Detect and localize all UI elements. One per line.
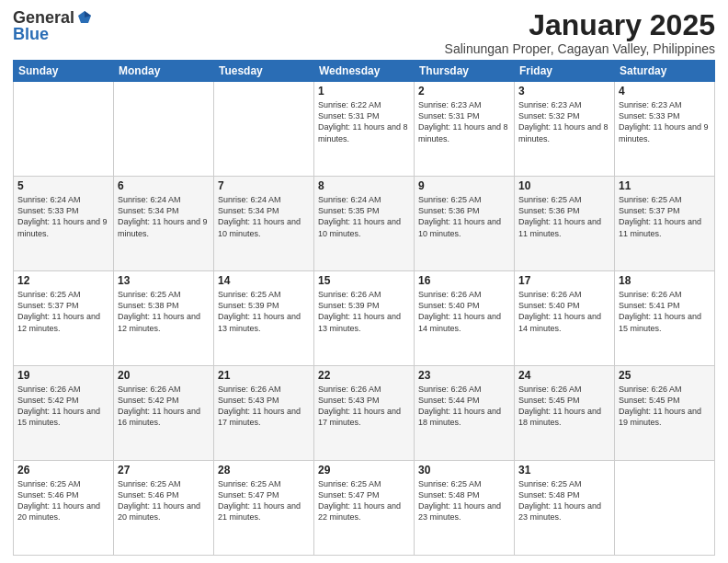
cell-info: Sunrise: 6:24 AM Sunset: 5:33 PM Dayligh… <box>17 194 109 239</box>
day-number: 26 <box>17 464 109 477</box>
location-title: Salinungan Proper, Cagayan Valley, Phili… <box>445 41 715 56</box>
calendar-cell: 15Sunrise: 6:26 AM Sunset: 5:39 PM Dayli… <box>314 271 415 366</box>
cell-info: Sunrise: 6:26 AM Sunset: 5:42 PM Dayligh… <box>17 384 109 429</box>
header: General Blue January 2025 Salinungan Pro… <box>13 9 715 56</box>
day-number: 7 <box>218 179 310 192</box>
cell-info: Sunrise: 6:24 AM Sunset: 5:34 PM Dayligh… <box>118 194 210 239</box>
day-number: 22 <box>318 369 410 382</box>
day-number: 18 <box>619 274 711 287</box>
calendar-cell: 13Sunrise: 6:25 AM Sunset: 5:38 PM Dayli… <box>114 271 214 366</box>
cell-info: Sunrise: 6:25 AM Sunset: 5:39 PM Dayligh… <box>218 289 310 334</box>
calendar-cell: 12Sunrise: 6:25 AM Sunset: 5:37 PM Dayli… <box>14 271 114 366</box>
cell-info: Sunrise: 6:23 AM Sunset: 5:31 PM Dayligh… <box>418 99 510 144</box>
day-number: 19 <box>17 369 109 382</box>
cell-info: Sunrise: 6:25 AM Sunset: 5:37 PM Dayligh… <box>619 194 711 239</box>
day-number: 24 <box>518 369 610 382</box>
day-number: 16 <box>418 274 510 287</box>
cell-info: Sunrise: 6:25 AM Sunset: 5:47 PM Dayligh… <box>318 478 410 523</box>
day-number: 15 <box>318 274 410 287</box>
calendar-cell: 2Sunrise: 6:23 AM Sunset: 5:31 PM Daylig… <box>415 82 515 177</box>
cell-info: Sunrise: 6:23 AM Sunset: 5:32 PM Dayligh… <box>518 99 610 144</box>
cell-info: Sunrise: 6:25 AM Sunset: 5:46 PM Dayligh… <box>17 478 109 523</box>
calendar-week-row-2: 12Sunrise: 6:25 AM Sunset: 5:37 PM Dayli… <box>14 271 715 366</box>
day-number: 1 <box>318 85 410 98</box>
calendar-cell: 21Sunrise: 6:26 AM Sunset: 5:43 PM Dayli… <box>214 366 314 461</box>
calendar-cell: 30Sunrise: 6:25 AM Sunset: 5:48 PM Dayli… <box>415 461 515 556</box>
calendar-week-row-4: 26Sunrise: 6:25 AM Sunset: 5:46 PM Dayli… <box>14 461 715 556</box>
day-number: 14 <box>218 274 310 287</box>
header-monday: Monday <box>114 61 214 82</box>
calendar-cell: 5Sunrise: 6:24 AM Sunset: 5:33 PM Daylig… <box>14 177 114 271</box>
month-title: January 2025 <box>445 9 715 41</box>
header-thursday: Thursday <box>415 61 515 82</box>
header-wednesday: Wednesday <box>314 61 415 82</box>
day-number: 5 <box>17 179 109 192</box>
calendar-cell: 18Sunrise: 6:26 AM Sunset: 5:41 PM Dayli… <box>615 271 715 366</box>
calendar-cell: 27Sunrise: 6:25 AM Sunset: 5:46 PM Dayli… <box>114 461 214 556</box>
calendar-cell: 23Sunrise: 6:26 AM Sunset: 5:44 PM Dayli… <box>415 366 515 461</box>
calendar-week-row-3: 19Sunrise: 6:26 AM Sunset: 5:42 PM Dayli… <box>14 366 715 461</box>
calendar-cell <box>14 82 114 177</box>
calendar-cell: 16Sunrise: 6:26 AM Sunset: 5:40 PM Dayli… <box>415 271 515 366</box>
day-number: 11 <box>619 179 711 192</box>
day-number: 17 <box>518 274 610 287</box>
calendar-cell: 25Sunrise: 6:26 AM Sunset: 5:45 PM Dayli… <box>615 366 715 461</box>
calendar-week-row-1: 5Sunrise: 6:24 AM Sunset: 5:33 PM Daylig… <box>14 177 715 271</box>
calendar-cell: 17Sunrise: 6:26 AM Sunset: 5:40 PM Dayli… <box>515 271 615 366</box>
cell-info: Sunrise: 6:26 AM Sunset: 5:43 PM Dayligh… <box>218 384 310 429</box>
cell-info: Sunrise: 6:25 AM Sunset: 5:46 PM Dayligh… <box>118 478 210 523</box>
day-number: 9 <box>418 179 510 192</box>
calendar-cell: 6Sunrise: 6:24 AM Sunset: 5:34 PM Daylig… <box>114 177 214 271</box>
calendar-cell: 22Sunrise: 6:26 AM Sunset: 5:43 PM Dayli… <box>314 366 415 461</box>
calendar-week-row-0: 1Sunrise: 6:22 AM Sunset: 5:31 PM Daylig… <box>14 82 715 177</box>
cell-info: Sunrise: 6:25 AM Sunset: 5:36 PM Dayligh… <box>418 194 510 239</box>
calendar-cell: 31Sunrise: 6:25 AM Sunset: 5:48 PM Dayli… <box>515 461 615 556</box>
header-sunday: Sunday <box>14 61 114 82</box>
cell-info: Sunrise: 6:26 AM Sunset: 5:40 PM Dayligh… <box>518 289 610 334</box>
day-number: 28 <box>218 464 310 477</box>
day-number: 3 <box>518 85 610 98</box>
logo-blue-text: Blue <box>13 26 49 42</box>
calendar-cell: 9Sunrise: 6:25 AM Sunset: 5:36 PM Daylig… <box>415 177 515 271</box>
cell-info: Sunrise: 6:26 AM Sunset: 5:43 PM Dayligh… <box>318 384 410 429</box>
calendar-cell: 14Sunrise: 6:25 AM Sunset: 5:39 PM Dayli… <box>214 271 314 366</box>
cell-info: Sunrise: 6:25 AM Sunset: 5:36 PM Dayligh… <box>518 194 610 239</box>
header-tuesday: Tuesday <box>214 61 314 82</box>
day-number: 25 <box>619 369 711 382</box>
day-number: 10 <box>518 179 610 192</box>
cell-info: Sunrise: 6:25 AM Sunset: 5:48 PM Dayligh… <box>518 478 610 523</box>
calendar-cell <box>615 461 715 556</box>
header-saturday: Saturday <box>615 61 715 82</box>
day-number: 12 <box>17 274 109 287</box>
title-block: January 2025 Salinungan Proper, Cagayan … <box>445 9 715 56</box>
calendar-cell: 1Sunrise: 6:22 AM Sunset: 5:31 PM Daylig… <box>314 82 415 177</box>
calendar-cell: 20Sunrise: 6:26 AM Sunset: 5:42 PM Dayli… <box>114 366 214 461</box>
calendar-cell: 10Sunrise: 6:25 AM Sunset: 5:36 PM Dayli… <box>515 177 615 271</box>
cell-info: Sunrise: 6:25 AM Sunset: 5:37 PM Dayligh… <box>17 289 109 334</box>
day-number: 13 <box>118 274 210 287</box>
day-number: 6 <box>118 179 210 192</box>
logo: General Blue <box>13 9 93 42</box>
day-number: 30 <box>418 464 510 477</box>
calendar-cell: 8Sunrise: 6:24 AM Sunset: 5:35 PM Daylig… <box>314 177 415 271</box>
day-number: 4 <box>619 85 711 98</box>
cell-info: Sunrise: 6:22 AM Sunset: 5:31 PM Dayligh… <box>318 99 410 144</box>
day-number: 23 <box>418 369 510 382</box>
day-number: 20 <box>118 369 210 382</box>
cell-info: Sunrise: 6:26 AM Sunset: 5:45 PM Dayligh… <box>619 384 711 429</box>
cell-info: Sunrise: 6:26 AM Sunset: 5:41 PM Dayligh… <box>619 289 711 334</box>
day-number: 21 <box>218 369 310 382</box>
calendar-cell: 11Sunrise: 6:25 AM Sunset: 5:37 PM Dayli… <box>615 177 715 271</box>
cell-info: Sunrise: 6:25 AM Sunset: 5:47 PM Dayligh… <box>218 478 310 523</box>
calendar-cell <box>214 82 314 177</box>
calendar-cell: 29Sunrise: 6:25 AM Sunset: 5:47 PM Dayli… <box>314 461 415 556</box>
calendar-cell <box>114 82 214 177</box>
calendar-table: Sunday Monday Tuesday Wednesday Thursday… <box>13 60 715 556</box>
calendar-cell: 28Sunrise: 6:25 AM Sunset: 5:47 PM Dayli… <box>214 461 314 556</box>
calendar-cell: 3Sunrise: 6:23 AM Sunset: 5:32 PM Daylig… <box>515 82 615 177</box>
cell-info: Sunrise: 6:26 AM Sunset: 5:39 PM Dayligh… <box>318 289 410 334</box>
calendar-cell: 7Sunrise: 6:24 AM Sunset: 5:34 PM Daylig… <box>214 177 314 271</box>
logo-general-text: General <box>13 9 74 26</box>
calendar-cell: 19Sunrise: 6:26 AM Sunset: 5:42 PM Dayli… <box>14 366 114 461</box>
calendar-cell: 4Sunrise: 6:23 AM Sunset: 5:33 PM Daylig… <box>615 82 715 177</box>
